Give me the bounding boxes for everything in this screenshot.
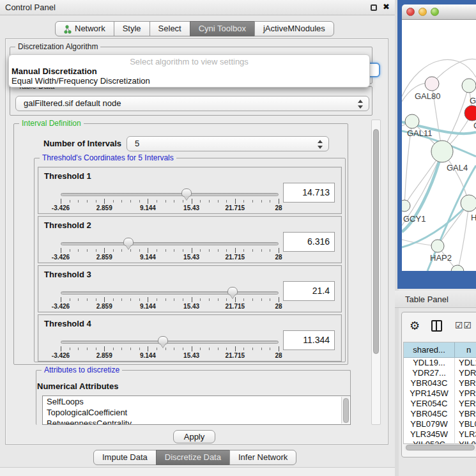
float-window-icon[interactable] (371, 4, 377, 11)
close-traffic-light[interactable] (406, 8, 415, 16)
tab-infer-network[interactable]: Infer Network (229, 450, 296, 465)
table-cell[interactable]: YDL19... (404, 358, 455, 368)
tab-network[interactable]: Network (55, 21, 114, 36)
node-label: HAP2 (430, 253, 452, 263)
column-header-name[interactable]: n (455, 342, 476, 358)
network-node[interactable] (431, 240, 444, 252)
table-row[interactable]: YLR345WYLR3 (404, 429, 476, 440)
table-cell[interactable]: YPR145W (404, 388, 455, 399)
slider-tick-labels: -3.4262.8599.14415.4321.71528 (57, 204, 282, 212)
list-item[interactable]: TopologicalCoefficient (43, 407, 350, 418)
table-row[interactable]: YBL079WYBL0 (404, 419, 476, 429)
node-label: GCY1 (403, 214, 426, 224)
slider-thumb[interactable] (123, 238, 134, 246)
tab-select[interactable]: Select (150, 21, 190, 36)
dropdown-item-equal-width-frequency[interactable]: Equal Width/Frequency Discretization (10, 76, 368, 86)
apply-button[interactable]: Apply (173, 430, 215, 443)
threshold-value-field[interactable]: 11.344 (283, 330, 335, 350)
split-columns-icon[interactable] (431, 320, 442, 332)
slider-thumb[interactable] (158, 336, 168, 344)
table-cell[interactable]: YBR043C (404, 378, 455, 388)
close-icon[interactable]: ✖ (383, 2, 390, 12)
threshold-label: Threshold 3 (44, 270, 91, 279)
table-panel-titlebar: Table Panel (395, 291, 476, 308)
slider-ticks (57, 248, 282, 254)
checkbox-icons[interactable]: ☑☑ (455, 320, 472, 330)
number-of-intervals-spinner[interactable]: 5 (127, 136, 329, 151)
slider-track[interactable] (61, 242, 279, 245)
table-cell[interactable]: YER054C (404, 399, 455, 409)
table-cell[interactable]: YBR0 (455, 409, 476, 419)
threshold-value-field[interactable]: 14.713 (283, 183, 335, 203)
threshold-3-slider[interactable]: -3.4262.8599.14415.4321.71528 (57, 289, 282, 311)
table-cell[interactable]: YPR1 (455, 388, 476, 399)
table-header-row: shared... n (404, 342, 476, 358)
table-panel-title: Table Panel (405, 295, 449, 304)
dropdown-item-manual-discretization[interactable]: Manual Discretization (10, 66, 368, 76)
table-cell[interactable]: YLR3 (455, 429, 476, 440)
threshold-2-slider[interactable]: -3.4262.8599.14415.4321.71528 (57, 240, 282, 261)
table-hscrollbar-thumb[interactable] (406, 445, 475, 450)
list-scrollbar[interactable] (341, 397, 349, 424)
table-cell[interactable]: YBR0 (455, 378, 476, 388)
tab-style[interactable]: Style (114, 21, 150, 36)
table-cell[interactable]: YER0 (455, 399, 476, 409)
table-cell[interactable]: YDR2 (455, 368, 476, 378)
network-canvas[interactable]: GAL80GACGAL11GAL4GCY1HHAP2 (402, 20, 476, 271)
table-row[interactable]: YBR045CYBR0 (404, 409, 476, 419)
network-node[interactable] (464, 105, 476, 121)
network-window-titlebar[interactable] (402, 4, 476, 20)
list-item[interactable]: BetweennessCentrality (43, 418, 350, 425)
list-scrollbar-thumb[interactable] (343, 398, 349, 423)
table-data-combobox[interactable]: galFiltered.sif default node (15, 96, 369, 111)
slider-track[interactable] (61, 193, 279, 196)
zoom-traffic-light[interactable] (431, 8, 439, 16)
table-row[interactable]: YER054CYER0 (404, 399, 476, 409)
tab-jactivemnodules[interactable]: jActiveMNodules (254, 21, 334, 36)
table-row[interactable]: YDR27...YDR2 (404, 368, 476, 378)
network-node[interactable] (425, 77, 439, 91)
settings-gear-icon[interactable]: ⚙ (410, 319, 420, 333)
node-label: GAL80 (415, 91, 440, 101)
table-cell[interactable]: YDR27... (404, 368, 455, 378)
threshold-4-slider[interactable]: -3.4262.8599.14415.4321.71528 (57, 338, 282, 360)
tab-impute-data[interactable]: Impute Data (93, 450, 157, 465)
network-view-window: GAL80GACGAL11GAL4GCY1HHAP2 (397, 0, 476, 289)
table-row[interactable]: YPR145WYPR1 (404, 388, 476, 399)
threshold-value-field[interactable]: 6.316 (283, 232, 335, 252)
table-cell[interactable]: YBL079W (404, 419, 455, 429)
dropdown-hint: Select algorithm to view settings (9, 57, 369, 66)
table-cell[interactable]: YBL0 (455, 419, 476, 429)
table-cell[interactable]: YBR045C (404, 409, 455, 419)
table-row[interactable]: YDL19...YDL1 (404, 358, 476, 368)
table-row[interactable]: YBR043CYBR0 (404, 378, 476, 388)
threshold-value-field[interactable]: 21.4 (283, 281, 335, 301)
tab-label: Style (123, 22, 141, 36)
threshold-1-slider[interactable]: -3.4262.8599.14415.4321.71528 (57, 190, 282, 212)
slider-track[interactable] (61, 291, 279, 295)
slider-ticks (57, 346, 282, 352)
tab-cyni-toolbox[interactable]: Cyni Toolbox (190, 21, 255, 36)
numerical-attributes-list[interactable]: SelfLoopsTopologicalCoefficientBetweenne… (42, 395, 351, 425)
table-cell[interactable]: YLR345W (404, 429, 455, 440)
node-label: GA (470, 96, 476, 105)
slider-track[interactable] (61, 341, 279, 344)
network-node[interactable] (402, 200, 410, 211)
panel-scrollbar[interactable] (371, 119, 381, 425)
slider-thumb[interactable] (227, 287, 238, 295)
table-hscrollbar[interactable] (404, 444, 476, 451)
network-node[interactable] (431, 141, 453, 162)
column-header-shared-name[interactable]: shared... (404, 342, 455, 358)
network-graph[interactable]: GAL80GACGAL11GAL4GCY1HHAP2 (402, 20, 476, 271)
network-node[interactable] (461, 195, 476, 211)
slider-thumb[interactable] (181, 188, 192, 197)
minimize-traffic-light[interactable] (418, 8, 427, 16)
network-node[interactable] (405, 114, 419, 128)
tab-discretize-data[interactable]: Discretize Data (156, 450, 230, 465)
list-item[interactable]: SelfLoops (43, 396, 350, 407)
panel-scrollbar-thumb[interactable] (373, 129, 379, 354)
table-cell[interactable]: YDL1 (455, 358, 476, 368)
network-node[interactable] (462, 79, 476, 93)
combo-arrows-icon (358, 99, 363, 109)
control-panel-window: Control Panel ✖ Network Style (0, 0, 395, 476)
